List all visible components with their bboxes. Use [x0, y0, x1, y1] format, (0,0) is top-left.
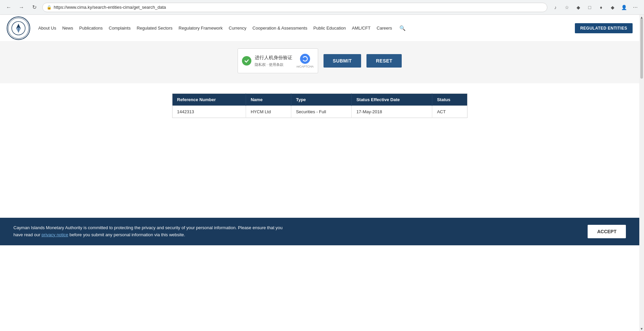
recaptcha-sub-text: 隐私权 · 使用条款	[255, 62, 293, 67]
cookie-text: Cayman Islands Monetary Authority is com…	[13, 224, 289, 239]
svg-point-4	[300, 54, 310, 64]
cell-type: Securities - Full	[291, 106, 351, 118]
split-screen-button[interactable]: □	[585, 3, 594, 12]
table-body: 1442313 HYCM Ltd Securities - Full 17-Ma…	[172, 106, 467, 118]
logo	[7, 16, 30, 40]
recaptcha-checkmark	[242, 56, 251, 66]
table-header: Reference Number Name Type Status Effect…	[172, 94, 467, 106]
accept-button[interactable]: ACCEPT	[588, 225, 626, 238]
nav-news[interactable]: News	[62, 26, 73, 31]
nav-currency[interactable]: Currency	[229, 26, 247, 31]
cell-name: HYCM Ltd	[246, 106, 291, 118]
col-status: Status	[432, 94, 467, 106]
recaptcha-label: reCAPTCHA	[297, 65, 314, 68]
table-header-row: Reference Number Name Type Status Effect…	[172, 94, 467, 106]
nav-about-us[interactable]: About Us	[38, 26, 56, 31]
nav-complaints[interactable]: Complaints	[109, 26, 131, 31]
logo-inner	[8, 18, 29, 39]
browser-shield-button[interactable]: ◆	[574, 3, 583, 12]
refresh-button[interactable]: ↻	[30, 3, 39, 12]
results-area: Reference Number Name Type Status Effect…	[0, 83, 639, 218]
nav-regulatory-framework[interactable]: Regulatory Framework	[179, 26, 223, 31]
recaptcha-logo: reCAPTCHA	[297, 53, 314, 68]
url-text: https://www.cima.ky/search-entities-cima…	[54, 5, 166, 10]
logo-svg	[11, 21, 26, 35]
cookie-bar: Cayman Islands Monetary Authority is com…	[0, 218, 639, 245]
page-wrapper: About Us News Publications Complaints Re…	[0, 15, 639, 245]
checkmark-icon	[244, 58, 249, 64]
scrollbar-arrow-up[interactable]: ▲	[639, 15, 644, 19]
nav-regulated-sectors[interactable]: Regulated Sectors	[137, 26, 172, 31]
browser-chrome: ← → ↻ 🔒 https://www.cima.ky/search-entit…	[0, 0, 644, 15]
cell-reference-number: 1442313	[172, 106, 246, 118]
results-table: Reference Number Name Type Status Effect…	[172, 93, 467, 118]
recaptcha-text-block: 进行人机身份验证 隐私权 · 使用条款	[255, 55, 293, 67]
col-name: Name	[246, 94, 291, 106]
browser-actions: ♪ ☆ ◆ □ ♦ ◆ 👤 ⋯	[551, 3, 640, 12]
extensions-button[interactable]: ◆	[608, 3, 617, 12]
collections-button[interactable]: ♦	[596, 3, 606, 12]
submit-button[interactable]: SUBMIT	[324, 54, 361, 68]
col-reference-number: Reference Number	[172, 94, 246, 106]
scrollbar-thumb[interactable]	[640, 18, 643, 79]
read-aloud-button[interactable]: ♪	[551, 3, 560, 12]
recaptcha-main-text: 进行人机身份验证	[255, 55, 293, 61]
address-bar[interactable]: 🔒 https://www.cima.ky/search-entities-ci…	[42, 3, 547, 12]
more-options-button[interactable]: ⋯	[631, 3, 640, 12]
forward-button[interactable]: →	[17, 3, 26, 12]
cell-status-effective-date: 17-May-2018	[351, 106, 432, 118]
scrollbar[interactable]: ▲ ▼	[639, 15, 644, 331]
col-status-effective-date: Status Effective Date	[351, 94, 432, 106]
cell-status: ACT	[432, 106, 467, 118]
cookie-text-after: before you submit any personal informati…	[68, 232, 185, 237]
nav-publications[interactable]: Publications	[79, 26, 103, 31]
nav-aml-cft[interactable]: AML/CFT	[352, 26, 371, 31]
lock-icon: 🔒	[47, 5, 52, 10]
recaptcha-widget[interactable]: 进行人机身份验证 隐私权 · 使用条款 reCAPTCHA	[238, 48, 318, 73]
nav-public-education[interactable]: Public Education	[313, 26, 346, 31]
table-row: 1442313 HYCM Ltd Securities - Full 17-Ma…	[172, 106, 467, 118]
reset-button[interactable]: RESET	[366, 54, 402, 68]
favorites-button[interactable]: ☆	[562, 3, 572, 12]
profile-button[interactable]: 👤	[619, 3, 629, 12]
recaptcha-logo-icon	[300, 53, 310, 64]
col-type: Type	[291, 94, 351, 106]
back-button[interactable]: ←	[4, 3, 13, 12]
scrollbar-arrow-down[interactable]: ▼	[639, 326, 644, 331]
nav-cooperation[interactable]: Cooperation & Assessments	[252, 26, 307, 31]
privacy-notice-link[interactable]: privacy notice	[42, 232, 68, 237]
nav-links: About Us News Publications Complaints Re…	[38, 25, 575, 31]
regulated-entities-button[interactable]: REGULATED ENTITIES	[575, 23, 633, 33]
search-icon[interactable]: 🔍	[399, 25, 406, 31]
form-area: 进行人机身份验证 隐私权 · 使用条款 reCAPTCHA SUBMIT RES…	[0, 42, 639, 83]
nav-header: About Us News Publications Complaints Re…	[0, 15, 639, 42]
nav-careers[interactable]: Careers	[377, 26, 392, 31]
